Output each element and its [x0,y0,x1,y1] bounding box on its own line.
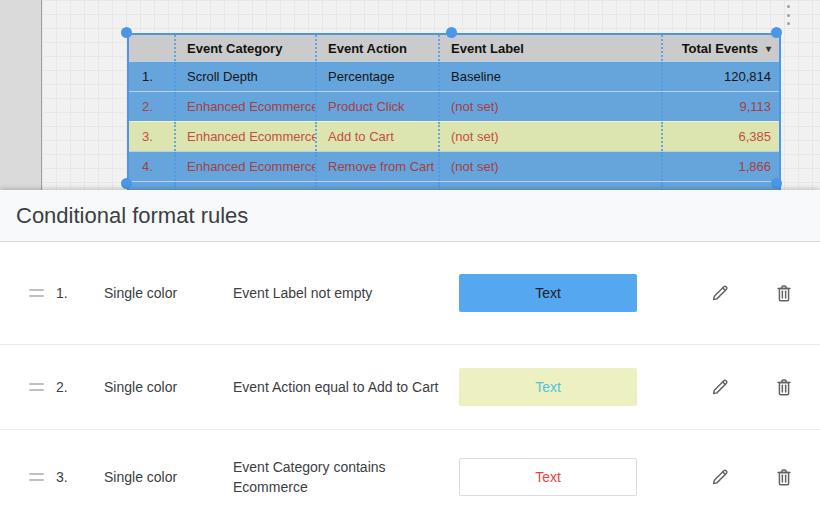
rule-row-1: 1. Single color Event Label not empty Te… [0,242,820,345]
cell-total-events: 120,814 [661,62,779,91]
cell-event-category: Enhanced Ecommerce [174,92,315,121]
color-swatch: Text [459,368,637,406]
rule-condition: Event Category contains Ecommerce [233,457,445,497]
cell-event-action: Add to Cart [315,122,438,151]
swatch-label: Text [535,285,561,301]
cell-event-action: Percentage [315,62,438,91]
row-index: 2. [129,92,174,121]
trash-icon [773,282,795,304]
cell-event-action: Remove from Cart [315,152,438,181]
cell-total-events: 1,866 [661,152,779,181]
edit-rule-button[interactable] [708,375,732,399]
row-index: 3. [129,122,174,151]
cell-event-category: Scroll Depth [174,62,315,91]
pencil-icon [709,466,731,488]
column-header-total-events[interactable]: Total Events ▾ [661,35,779,61]
edit-rule-button[interactable] [708,465,732,489]
pencil-icon [709,282,731,304]
color-swatch: Text [459,274,637,312]
pencil-icon [709,376,731,398]
column-header-event-label: Event Label [438,35,661,61]
rule-type: Single color [104,285,209,301]
kebab-menu-icon[interactable] [784,5,792,25]
drag-handle-icon[interactable] [29,473,44,481]
table-row-2: 2. Enhanced Ecommerce Product Click (not… [129,91,779,121]
rule-condition: Event Action equal to Add to Cart [233,377,445,397]
color-swatch: Text [459,458,637,496]
selection-handle-top-center[interactable] [446,27,457,38]
row-index: 4. [129,152,174,181]
edit-rule-button[interactable] [708,281,732,305]
selection-handle-top-left[interactable] [121,27,132,38]
cell-event-action: Product Click [315,92,438,121]
table-row-4: 4. Enhanced Ecommerce Remove from Cart (… [129,151,779,181]
column-header-event-category: Event Category [174,35,315,61]
drag-handle-icon[interactable] [29,289,44,297]
trash-icon [773,376,795,398]
rule-type: Single color [104,469,209,485]
rule-index: 2. [56,379,84,395]
cell-event-label: (not set) [438,152,661,181]
canvas-gutter [0,0,42,190]
rule-index: 1. [56,285,84,301]
cell-event-label: (not set) [438,122,661,151]
column-header-event-action: Event Action [315,35,438,61]
rule-type: Single color [104,379,209,395]
sort-caret-icon: ▾ [766,43,771,54]
cell-event-category: Enhanced Ecommerce [174,152,315,181]
column-header-row-number [129,35,174,61]
selection-handle-top-right[interactable] [771,27,782,38]
table-row-1: 1. Scroll Depth Percentage Baseline 120,… [129,61,779,91]
swatch-label: Text [535,379,561,395]
table-row-3: 3. Enhanced Ecommerce Add to Cart (not s… [129,121,779,151]
cell-event-label: Baseline [438,62,661,91]
cell-event-label: (not set) [438,92,661,121]
rule-row-3: 3. Single color Event Category contains … [0,430,820,524]
drag-handle-icon[interactable] [29,383,44,391]
cell-total-events: 9,113 [661,92,779,121]
panel-header: Conditional format rules [0,190,820,242]
delete-rule-button[interactable] [772,465,796,489]
total-events-label: Total Events [682,41,758,56]
rule-condition: Event Label not empty [233,283,445,303]
row-index: 1. [129,62,174,91]
rule-index: 3. [56,469,84,485]
app-window: Event Category Event Action Event Label … [0,0,820,524]
rule-row-2: 2. Single color Event Action equal to Ad… [0,345,820,430]
cell-total-events: 6,385 [661,122,779,151]
cell-event-category: Enhanced Ecommerce [174,122,315,151]
selection-handle-mid-left[interactable] [121,178,132,189]
data-table[interactable]: Event Category Event Action Event Label … [127,33,781,192]
table-header-row: Event Category Event Action Event Label … [129,35,779,61]
trash-icon [773,466,795,488]
panel-title: Conditional format rules [0,203,248,229]
delete-rule-button[interactable] [772,375,796,399]
delete-rule-button[interactable] [772,281,796,305]
conditional-format-panel: Conditional format rules 1. Single color… [0,190,820,524]
selection-handle-mid-right[interactable] [771,178,782,189]
swatch-label: Text [535,469,561,485]
